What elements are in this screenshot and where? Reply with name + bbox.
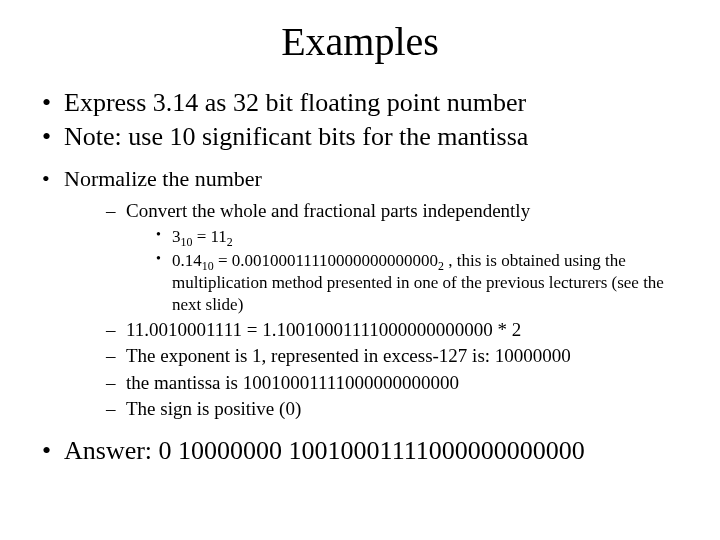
bullet-normalize-text: Normalize the number	[64, 166, 262, 191]
slide-title: Examples	[36, 18, 684, 65]
normalize-sublist: Convert the whole and fractional parts i…	[64, 199, 684, 421]
dash-normalized: 11.0010001111 = 1.1001000111100000000000…	[104, 318, 684, 342]
c1-a: 3	[172, 227, 181, 246]
dash-exponent: The exponent is 1, represented in excess…	[104, 344, 684, 368]
bullet-list: Express 3.14 as 32 bit floating point nu…	[36, 87, 684, 467]
c2-sub1: 10	[202, 259, 214, 273]
convert-sublist: 310 = 112 0.1410 = 0.0010001111000000000…	[126, 226, 684, 316]
bullet-normalize: Normalize the number Convert the whole a…	[36, 166, 684, 421]
convert-whole: 310 = 112	[156, 226, 684, 248]
bullet-note: Note: use 10 significant bits for the ma…	[36, 121, 684, 153]
c1-eq: = 11	[192, 227, 226, 246]
c1-sub1: 10	[181, 235, 193, 249]
c2-eq: = 0.00100011110000000000000	[214, 251, 438, 270]
dash-mantissa: the mantissa is 10010001111000000000000	[104, 371, 684, 395]
c2-a: 0.14	[172, 251, 202, 270]
dash-sign: The sign is positive (0)	[104, 397, 684, 421]
slide: Examples Express 3.14 as 32 bit floating…	[0, 0, 720, 540]
convert-fraction: 0.1410 = 0.001000111100000000000002 , th…	[156, 250, 684, 316]
bullet-express: Express 3.14 as 32 bit floating point nu…	[36, 87, 684, 119]
dash-convert-text: Convert the whole and fractional parts i…	[126, 200, 530, 221]
dash-convert: Convert the whole and fractional parts i…	[104, 199, 684, 316]
bullet-answer: Answer: 0 10000000 100100011110000000000…	[36, 435, 684, 467]
c1-sub2: 2	[227, 235, 233, 249]
